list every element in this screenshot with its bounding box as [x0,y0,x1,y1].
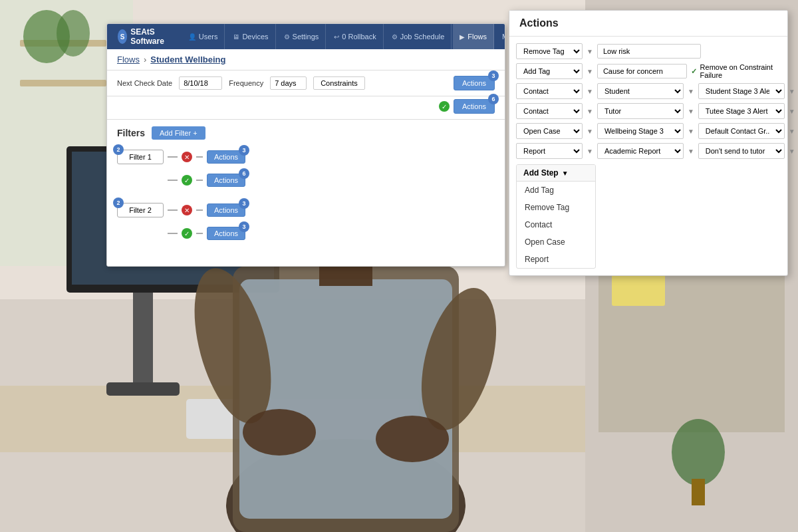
action-report-type-6[interactable]: Academic Report [597,143,684,159]
remove-on-constraint-label: Remove on Constraint Failure [700,63,781,79]
controls-bar: Next Check Date Frequency Constraints 3 … [107,70,505,96]
nav-item-jobschedule[interactable]: ⚙ Job Schedule [385,24,452,49]
dropdown-arrow-1: ▼ [587,48,593,55]
x-badge-f2-top: ✕ [182,205,192,215]
f2-actions-top-wrapper: 3 Actions [207,203,245,217]
nav-label-schedule: Job Schedule [400,33,445,41]
remove-on-constraint-row: ✓ Remove on Constraint Failure [691,63,781,79]
actions-badge-3: 3 [488,70,499,81]
nav-logo: S SEAtS Software [112,25,175,49]
logo-text: SEAtS Software [130,27,170,46]
actions-badge-6: 6 [488,94,499,104]
action-row-4: Contact Add Tag Remove Tag Open Case Rep… [516,103,781,119]
breadcrumb-current[interactable]: Student Wellbeing [150,55,225,65]
dropdown-contact[interactable]: Contact [517,216,595,233]
connector-5 [168,209,178,211]
action-type-1[interactable]: Remove Tag Add Tag Contact Open Case Rep… [516,43,583,59]
filter1-branch-bottom: ✓ 6 Actions [117,174,495,187]
nav-item-settings[interactable]: ⚙ Settings [277,24,327,49]
action-row-1: Remove Tag Add Tag Contact Open Case Rep… [516,43,781,59]
filter2-branch-top: 2 Filter 2 ✕ 3 Actions [117,203,495,217]
connector-6 [196,209,203,211]
dropdown-arrow-5b: ▼ [688,128,694,135]
action-report-option-6[interactable]: Don't send to tutor [698,143,785,159]
filter1-box-wrapper: 2 Filter 1 [117,150,164,164]
f1-actions-badge-3: 3 [239,145,249,156]
filters-header: Filters Add Filter + [117,126,495,140]
f1-blue-badge-2: 2 [113,144,124,155]
dropdown-open-case[interactable]: Open Case [517,233,595,251]
action-case-group-5[interactable]: Default Contact Gr.. [698,123,785,139]
devices-icon: 🖥 [233,33,239,41]
next-check-label: Next Check Date [117,79,172,87]
filter2-box-wrapper: 2 Filter 2 [117,203,164,217]
dropdown-remove-tag[interactable]: Remove Tag [517,199,595,216]
flows-icon: ▶ [460,33,465,41]
action-type-6[interactable]: Report Add Tag Remove Tag Contact Open C… [516,143,583,159]
app-window: S SEAtS Software 👤 Users 🖥 Devices ⚙ Set… [106,23,505,267]
dropdown-report[interactable]: Report [517,251,595,268]
add-step-dropdown: Add Step ▼ Add Tag Remove Tag Contact Op… [516,164,596,269]
schedule-icon: ⚙ [392,33,398,41]
connector-4 [196,180,203,181]
action-case-stage-5[interactable]: Wellbeing Stage 3 [597,123,684,139]
nav-item-flows[interactable]: ▶ Flows [453,24,494,49]
nav-label-users: Users [199,33,218,41]
action-value-1[interactable] [597,44,701,59]
nav-item-devices[interactable]: 🖥 Devices [226,24,275,49]
dropdown-arrow-5c: ▼ [789,128,795,135]
nav-label-flows: Flows [467,33,487,41]
f2-actions-bottom-wrapper: 3 Actions [207,227,245,240]
f1-actions-badge-6: 6 [239,168,249,179]
connector-8 [196,233,203,234]
action-row-3: Contact Add Tag Remove Tag Open Case Rep… [516,83,781,99]
dropdown-add-tag[interactable]: Add Tag [517,182,595,199]
connector-7 [168,233,178,234]
breadcrumb-separator: › [144,55,146,65]
nav-item-rollback[interactable]: ↩ 0 Rollback [327,24,383,49]
filters-title: Filters [117,128,145,138]
check-action-row: ✓ 6 Actions [439,99,495,114]
add-step-button[interactable]: Add Step ▼ [517,165,595,182]
action-value-2[interactable] [597,64,687,78]
dropdown-arrow-6c: ▼ [789,148,795,155]
action-contact-template-3[interactable]: Student Stage 3 Alert Tutee Stage 3 Aler… [698,83,785,99]
action-type-4[interactable]: Contact Add Tag Remove Tag Open Case Rep… [516,103,583,119]
f2-actions-badge-3b: 3 [239,221,249,232]
constraints-button[interactable]: Constraints [313,76,365,90]
action-contact-who-4[interactable]: Tutor Student [597,103,684,119]
logo-icon: S [118,29,127,44]
frequency-input[interactable] [270,76,307,90]
action-type-3[interactable]: Contact Add Tag Remove Tag Open Case Rep… [516,83,583,99]
nav-item-more[interactable]: More [495,24,505,49]
svg-rect-9 [106,382,180,396]
check-badge-top: ✓ [439,101,450,112]
nav-label-settings: Settings [293,33,319,41]
action-type-5[interactable]: Open Case Add Tag Remove Tag Contact Rep… [516,123,583,139]
nav-item-users[interactable]: 👤 Users [182,24,225,49]
actions-btn-wrapper-top1: 3 Actions [454,76,495,90]
flow-area: Filters Add Filter + 2 Filter 1 ✕ 3 Acti… [107,120,505,266]
f1-actions-bottom-wrapper: 6 Actions [207,174,245,187]
breadcrumb-flows[interactable]: Flows [117,55,140,65]
dropdown-arrow-5: ▼ [587,128,593,135]
action-contact-who-3[interactable]: Student Tutor [597,83,684,99]
f1-actions-top-wrapper: 3 Actions [207,150,245,164]
dropdown-arrow-4c: ▼ [789,108,795,115]
action-row-2: Add Tag Remove Tag Contact Open Case Rep… [516,63,781,79]
dropdown-arrow-6b: ▼ [688,148,694,155]
check-badge-f2: ✓ [182,228,192,239]
svg-rect-4 [20,80,106,86]
actions-panel-title: Actions [519,17,559,29]
next-check-input[interactable] [179,76,222,90]
action-row-6: Report Add Tag Remove Tag Contact Open C… [516,143,781,159]
actions-panel-header: Actions [509,11,787,37]
action-contact-template-4[interactable]: Tutee Stage 3 Alert Student Stage 3 Aler… [698,103,785,119]
add-step-label: Add Step [523,168,559,178]
add-step-chevron: ▼ [562,170,569,177]
action-type-2[interactable]: Add Tag Remove Tag Contact Open Case Rep… [516,63,583,79]
add-filter-button[interactable]: Add Filter + [152,126,205,140]
action-row-5: Open Case Add Tag Remove Tag Contact Rep… [516,123,781,139]
actions-btn-wrapper-top2: 6 Actions [454,99,495,114]
filter2-section: 2 Filter 2 ✕ 3 Actions ✓ 3 Acti [117,203,495,245]
